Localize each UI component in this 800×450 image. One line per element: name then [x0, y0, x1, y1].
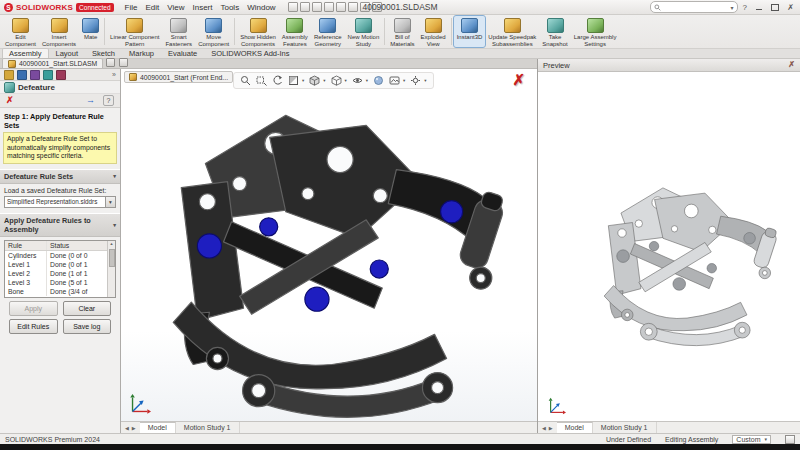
tab-options-icon[interactable] — [119, 58, 128, 67]
feature-tree-icon[interactable] — [4, 70, 14, 80]
panel-help-icon[interactable]: ? — [103, 95, 114, 106]
apply-scene-icon[interactable] — [389, 75, 400, 86]
help-button[interactable]: ? — [741, 3, 749, 12]
next-step-icon[interactable]: → — [86, 96, 95, 105]
apply-rules-group-header[interactable]: Apply Defeature Rules to Assembly ▾ — [0, 213, 120, 237]
search-input[interactable]: ▾ — [650, 1, 738, 13]
menu-item-tools[interactable]: Tools — [216, 3, 243, 12]
ribbon-button-reference-geometry[interactable]: Reference Geometry — [311, 16, 345, 47]
dropdown-icon[interactable]: ▾ — [403, 78, 405, 83]
tab-scroll-left-icon[interactable]: ◀ — [542, 425, 546, 431]
new-tab-icon[interactable] — [106, 58, 115, 67]
menu-item-window[interactable]: Window — [243, 3, 279, 12]
panel-pin-icon[interactable]: » — [112, 71, 116, 78]
dropdown-icon[interactable]: ▾ — [424, 78, 426, 83]
tab-evaluate[interactable]: Evaluate — [161, 48, 204, 58]
tab-model[interactable]: Model — [140, 422, 176, 433]
viewport-document-tab[interactable]: 40090001_Start (Front End... — [124, 71, 233, 83]
ribbon-button-update-speedpak[interactable]: Update Speedpak Subassemblies — [485, 16, 539, 47]
ribbon-button-edit-component[interactable]: Edit Component — [2, 16, 39, 47]
ribbon-button-show-hidden-components[interactable]: Show Hidden Components — [237, 16, 279, 47]
section-view-icon[interactable] — [288, 75, 299, 86]
menu-item-view[interactable]: View — [163, 3, 188, 12]
edit-appearance-icon[interactable] — [373, 75, 384, 86]
hide-show-items-icon[interactable] — [352, 75, 363, 86]
apply-button[interactable]: Apply — [9, 301, 58, 316]
table-row[interactable]: Level 3 Done (5 of 1 — [5, 278, 115, 287]
view-orientation-icon[interactable] — [309, 75, 320, 86]
simplified-preview-model[interactable] — [580, 177, 790, 351]
close-preview-icon[interactable]: ✗ — [512, 72, 525, 87]
table-row[interactable]: Bone Done (3/4 of — [5, 287, 115, 296]
ribbon-button-label: Linear Component Pattern — [110, 34, 159, 47]
ribbon-button-move-component[interactable]: Move Component — [195, 16, 232, 47]
ribbon-separator — [451, 18, 452, 45]
display-style-icon[interactable] — [331, 75, 342, 86]
rule-sets-group-header[interactable]: Defeature Rule Sets ▾ — [0, 169, 120, 184]
graphics-viewport[interactable]: 40090001_Start (Front End... ▾ ▾ ▾ ▾ ▾ — [121, 69, 537, 433]
zoom-fit-icon[interactable] — [240, 75, 251, 86]
dropdown-icon[interactable]: ▾ — [345, 78, 347, 83]
preview-tab-motion-study-1[interactable]: Motion Study 1 — [593, 422, 657, 433]
zoom-area-icon[interactable] — [256, 75, 267, 86]
configuration-selector[interactable]: Custom ▾ — [732, 435, 771, 444]
tab-scroll-right-icon[interactable]: ▶ — [132, 425, 136, 431]
table-scrollbar[interactable]: ▲ — [107, 241, 115, 297]
scrollbar-thumb[interactable] — [109, 249, 115, 267]
tab-solidworks-addins[interactable]: SOLIDWORKS Add-Ins — [204, 48, 296, 58]
ribbon-button-instant3d[interactable]: Instant3D — [454, 16, 486, 47]
clear-button[interactable]: Clear — [63, 301, 112, 316]
ribbon-button-smart-fasteners[interactable]: Smart Fasteners — [162, 16, 195, 47]
table-row[interactable]: Cylinders Done (0 of 0 — [5, 251, 115, 260]
property-manager-icon[interactable] — [17, 70, 27, 80]
tab-scroll-right-icon[interactable]: ▶ — [549, 425, 553, 431]
table-header: Rule Status — [5, 241, 115, 251]
rule-status-table[interactable]: Rule Status Cylinders Done (0 of 0 Level… — [4, 240, 116, 298]
tab-motion-study-1[interactable]: Motion Study 1 — [176, 422, 240, 433]
edit-rules-button[interactable]: Edit Rules — [9, 319, 58, 334]
ribbon-button-linear-component-pattern[interactable]: Linear Component Pattern — [107, 16, 162, 47]
menu-item-file[interactable]: File — [121, 3, 142, 12]
cancel-icon[interactable]: ✗ — [6, 96, 14, 105]
dropdown-icon[interactable]: ▾ — [323, 78, 325, 83]
tab-markup[interactable]: Markup — [122, 48, 161, 58]
defeature-preview-pane[interactable]: Preview ✗ ◀ ▶ Model Motion Study 1 — [537, 59, 800, 433]
ribbon-button-bill-of-materials[interactable]: Bill of Materials — [387, 16, 417, 47]
tab-assembly[interactable]: Assembly — [2, 48, 49, 58]
dropdown-icon[interactable]: ▾ — [302, 78, 304, 83]
minimize-button[interactable] — [752, 2, 765, 13]
rule-set-dropdown[interactable]: Simplified Representation.slddrs ▾ — [4, 196, 116, 208]
preview-tab-model[interactable]: Model — [557, 422, 593, 433]
tab-sketch[interactable]: Sketch — [85, 48, 122, 58]
pane-toggle-icon[interactable] — [785, 435, 795, 444]
save-log-button[interactable]: Save log — [63, 319, 112, 334]
assembly-3d-model[interactable] — [127, 95, 529, 427]
ribbon-button-large-assembly-settings[interactable]: Large Assembly Settings — [571, 16, 620, 47]
maximize-button[interactable] — [768, 2, 781, 13]
dimxpert-icon[interactable] — [43, 70, 53, 80]
dropdown-icon[interactable]: ▾ — [366, 78, 368, 83]
ribbon-button-insert-components[interactable]: Insert Components — [39, 16, 79, 47]
close-button[interactable]: ✗ — [784, 2, 797, 13]
table-row[interactable]: Level 2 Done (1 of 1 — [5, 269, 115, 278]
tab-layout[interactable]: Layout — [49, 48, 86, 58]
display-manager-icon[interactable] — [56, 70, 66, 80]
menu-item-edit[interactable]: Edit — [141, 3, 163, 12]
preview-close-icon[interactable]: ✗ — [788, 61, 795, 69]
maximize-icon — [771, 4, 779, 11]
view-settings-icon[interactable] — [410, 75, 421, 86]
table-row[interactable]: Level 1 Done (0 of 1 — [5, 260, 115, 269]
document-tab[interactable]: 40090001_Start.SLDASM — [2, 58, 103, 68]
menu-item-insert[interactable]: Insert — [188, 3, 216, 12]
scroll-up-icon[interactable]: ▲ — [108, 241, 115, 247]
ribbon-button-new-motion-study[interactable]: New Motion Study — [345, 16, 383, 47]
search-dropdown-icon[interactable]: ▾ — [731, 4, 734, 11]
ribbon-button-mate[interactable]: Mate — [79, 16, 102, 47]
tab-scroll-left-icon[interactable]: ◀ — [125, 425, 129, 431]
rule-set-dropdown-icon[interactable]: ▾ — [105, 197, 115, 207]
previous-view-icon[interactable] — [272, 75, 283, 86]
ribbon-button-exploded-view[interactable]: Exploded View — [418, 16, 449, 47]
ribbon-button-take-snapshot[interactable]: Take Snapshot — [539, 16, 570, 47]
configurations-icon[interactable] — [30, 70, 40, 80]
ribbon-button-assembly-features[interactable]: Assembly Features — [279, 16, 311, 47]
